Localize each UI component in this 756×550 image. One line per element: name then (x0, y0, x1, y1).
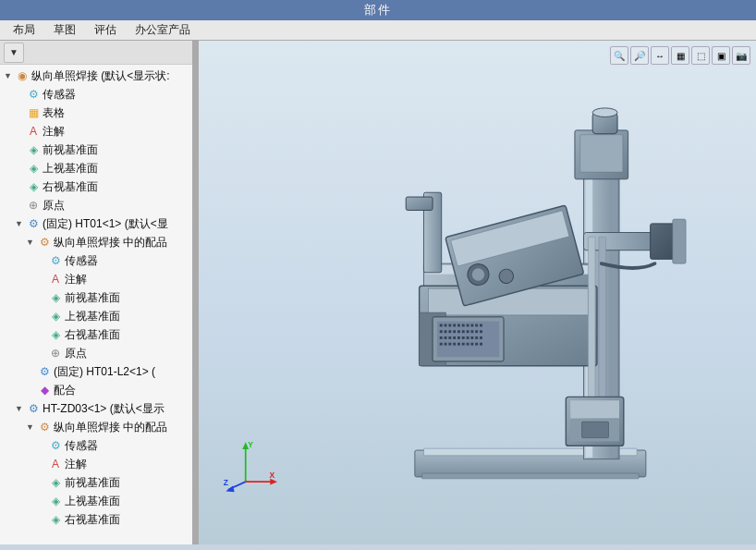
tree-item-label: 纵向单照焊接 中的配品 (54, 234, 167, 251)
tree-item-icon: ◆ (37, 383, 52, 397)
tree-item[interactable]: ▼⚙纵向单照焊接 中的配品 (0, 233, 192, 251)
tree-item[interactable]: ▼◉纵向单照焊接 (默认<显示状: (0, 67, 192, 85)
svg-rect-33 (475, 330, 478, 333)
sidebar: ▼ ▼◉纵向单照焊接 (默认<显示状:⚙传感器▦表格A注解◈前视基准面◈上视基准… (0, 41, 194, 544)
tree-item[interactable]: ⚙传感器 (0, 436, 192, 455)
tree-item-label: (固定) HT01-L2<1> ( (54, 363, 155, 380)
svg-rect-53 (475, 343, 478, 346)
svg-rect-22 (470, 324, 473, 327)
svg-rect-15 (440, 324, 443, 327)
tree-item[interactable]: ◈上视基准面 (0, 159, 192, 177)
tree-item-label: 注解 (65, 456, 87, 472)
sidebar-toolbar: ▼ (0, 41, 192, 65)
tree-item[interactable]: ◈前视基准面 (0, 288, 192, 307)
tree-item-icon: ◈ (48, 309, 63, 324)
tree-item-icon: ⚙ (37, 364, 52, 379)
svg-rect-40 (462, 336, 465, 339)
svg-rect-32 (470, 330, 473, 333)
svg-rect-43 (475, 336, 478, 339)
main-area: ▼ ▼◉纵向单照焊接 (默认<显示状:⚙传感器▦表格A注解◈前视基准面◈上视基准… (0, 41, 756, 544)
svg-rect-46 (445, 343, 447, 346)
tree-item-label: 右视基准面 (65, 511, 120, 528)
tree-item-label: 右视基准面 (43, 178, 98, 195)
tree-item[interactable]: ◆配合 (0, 381, 192, 399)
tree-item-label: HT-ZD03<1> (默认<显示 (43, 400, 165, 417)
tree-item-label: 右视基准面 (65, 326, 120, 343)
svg-rect-65 (588, 237, 595, 414)
tree-item-label: 传感器 (65, 437, 98, 454)
tree-item[interactable]: ⚙(固定) HT01-L2<1> ( (0, 362, 192, 381)
tree-item-icon: ⊕ (26, 198, 41, 213)
tree-item-icon: ⚙ (48, 253, 63, 268)
tree-item-icon: ◈ (26, 161, 41, 176)
tree-item-icon: A (26, 124, 41, 139)
tree-item[interactable]: ⊕原点 (0, 196, 192, 214)
menu-item-office[interactable]: 办公室产品 (126, 20, 200, 40)
svg-rect-27 (448, 330, 451, 333)
svg-rect-17 (448, 324, 451, 327)
tree-toggle-icon[interactable]: ▼ (26, 234, 37, 251)
tree-item-label: 表格 (43, 104, 65, 121)
svg-rect-70 (582, 422, 609, 437)
svg-rect-20 (462, 324, 465, 327)
svg-rect-24 (480, 324, 482, 327)
menu-item-sketch[interactable]: 草图 (44, 20, 85, 40)
tree-view[interactable]: ▼◉纵向单照焊接 (默认<显示状:⚙传感器▦表格A注解◈前视基准面◈上视基准面◈… (0, 65, 192, 544)
tree-item[interactable]: A注解 (0, 455, 192, 473)
tree-item[interactable]: ⚙传感器 (0, 85, 192, 104)
tree-item[interactable]: ▼⚙(固定) HT01<1> (默认<显 (0, 214, 192, 233)
tree-item[interactable]: ⚙传感器 (0, 251, 192, 270)
3d-viewport[interactable]: 🔍 🔎 ↔ ▦ ⬚ ▣ 📷 (199, 41, 756, 544)
filter-button[interactable]: ▼ (4, 43, 24, 63)
tree-item-icon: ⚙ (26, 401, 41, 416)
svg-rect-52 (470, 343, 473, 346)
tree-item[interactable]: ◈前视基准面 (0, 473, 192, 492)
tree-item-icon: A (48, 272, 63, 287)
svg-text:Z: Z (224, 478, 228, 487)
svg-rect-47 (448, 343, 451, 346)
tree-item-icon: ◈ (48, 475, 63, 490)
tree-item[interactable]: ◈右视基准面 (0, 177, 192, 196)
tree-item-icon: ◈ (48, 327, 63, 342)
tree-item[interactable]: ◈上视基准面 (0, 492, 192, 510)
menu-item-evaluate[interactable]: 评估 (85, 20, 126, 40)
tree-item-icon: ◈ (26, 142, 41, 157)
svg-rect-28 (453, 330, 456, 333)
tree-item[interactable]: ◈右视基准面 (0, 325, 192, 344)
tree-item[interactable]: ▦表格 (0, 104, 192, 122)
tree-item[interactable]: A注解 (0, 122, 192, 141)
tree-item-label: 注解 (43, 123, 65, 140)
camera-button[interactable]: 📷 (732, 46, 750, 65)
menu-bar: 布局 草图 评估 办公室产品 (0, 20, 756, 41)
tree-item[interactable]: ▼⚙HT-ZD03<1> (默认<显示 (0, 399, 192, 418)
tree-item-icon: ◉ (15, 68, 30, 83)
tree-item[interactable]: ◈右视基准面 (0, 510, 192, 529)
svg-rect-44 (480, 336, 482, 339)
tree-toggle-icon[interactable]: ▼ (26, 419, 37, 435)
svg-text:Y: Y (248, 440, 253, 449)
svg-rect-7 (580, 135, 623, 172)
svg-rect-39 (457, 336, 460, 339)
svg-rect-54 (480, 343, 482, 346)
tree-item-icon: ⚙ (37, 235, 52, 250)
menu-item-layout[interactable]: 布局 (4, 20, 44, 40)
svg-rect-25 (440, 330, 443, 333)
svg-rect-34 (480, 330, 482, 333)
tree-item-icon: ⚙ (48, 438, 63, 453)
tree-toggle-icon[interactable]: ▼ (15, 400, 26, 417)
tree-item[interactable]: ◈上视基准面 (0, 307, 192, 325)
tree-item[interactable]: ⊕原点 (0, 344, 192, 362)
svg-rect-62 (673, 219, 686, 263)
svg-rect-31 (467, 330, 469, 333)
tree-item[interactable]: ▼⚙纵向单照焊接 中的配品 (0, 418, 192, 436)
coordinate-axes: Y X Z (222, 438, 277, 494)
tree-item[interactable]: ◈前视基准面 (0, 141, 192, 159)
machine-3d-view (273, 59, 735, 521)
tree-toggle-icon[interactable]: ▼ (4, 67, 15, 84)
tree-item-label: 上视基准面 (65, 308, 120, 324)
svg-rect-51 (467, 343, 469, 346)
tree-item-label: (固定) HT01<1> (默认<显 (43, 215, 168, 232)
tree-toggle-icon[interactable]: ▼ (15, 215, 26, 232)
svg-rect-37 (448, 336, 451, 339)
tree-item[interactable]: A注解 (0, 270, 192, 288)
